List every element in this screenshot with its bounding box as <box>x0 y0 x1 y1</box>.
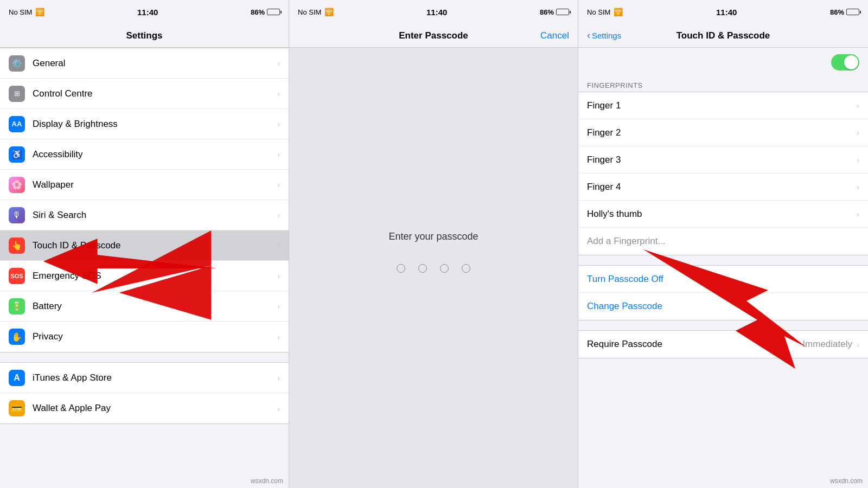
settings-title: Settings <box>126 30 162 41</box>
row-finger-2[interactable]: Finger 2 › <box>578 119 868 146</box>
touch-id-toggle-section <box>578 48 868 77</box>
accessibility-chevron: › <box>277 150 280 159</box>
touch-id-label: Touch ID & Passcode <box>33 240 277 251</box>
passcode-dot-2 <box>418 264 427 273</box>
row-touch-id[interactable]: 👆 Touch ID & Passcode › <box>0 230 289 261</box>
row-display-brightness[interactable]: AA Display & Brightness › <box>0 109 289 139</box>
passcode-dots <box>397 264 470 273</box>
row-finger-3[interactable]: Finger 3 › <box>578 146 868 174</box>
status-right-1: 86% <box>251 8 280 16</box>
require-passcode-value: Immediately <box>802 339 852 350</box>
watermark: wsxdn.com <box>251 477 283 485</box>
row-battery[interactable]: 🔋 Battery › <box>0 291 289 322</box>
wallet-chevron: › <box>277 404 280 413</box>
control-centre-label: Control Centre <box>33 88 277 99</box>
row-add-fingerprint[interactable]: Add a Fingerprint... <box>578 228 868 255</box>
turn-passcode-off-label: Turn Passcode Off <box>587 274 859 285</box>
wallet-icon: 💳 <box>9 400 25 416</box>
fingerprints-group: Finger 1 › Finger 2 › Finger 3 › Finger … <box>578 92 868 255</box>
hollys-thumb-label: Holly's thumb <box>587 209 857 220</box>
status-bar-3: No SIM 🛜 11:40 86% <box>578 0 868 24</box>
finger-2-chevron: › <box>857 128 859 137</box>
section-divider-1 <box>0 352 289 362</box>
passcode-dot-3 <box>440 264 449 273</box>
itunes-chevron: › <box>277 373 280 382</box>
section-divider-r2 <box>578 320 868 330</box>
battery-label: Battery <box>33 301 277 312</box>
row-finger-4[interactable]: Finger 4 › <box>578 174 868 201</box>
sim-text-3: No SIM <box>587 8 610 16</box>
row-itunes-app-store[interactable]: A iTunes & App Store › <box>0 363 289 393</box>
row-change-passcode[interactable]: Change Passcode <box>578 293 868 320</box>
touch-id-chevron: › <box>277 241 280 250</box>
finger-4-label: Finger 4 <box>587 182 857 192</box>
passcode-area: Enter your passcode <box>289 48 578 488</box>
row-control-centre[interactable]: ⊞ Control Centre › <box>0 79 289 109</box>
panel-settings: No SIM 🛜 11:40 86% Settings ⚙️ General ›… <box>0 0 289 488</box>
require-passcode-label: Require Passcode <box>587 339 802 350</box>
panel-touch-id-passcode: No SIM 🛜 11:40 86% ‹ Settings Touch ID &… <box>578 0 868 488</box>
row-general[interactable]: ⚙️ General › <box>0 48 289 79</box>
row-wallpaper[interactable]: 🌸 Wallpaper › <box>0 170 289 200</box>
touch-id-passcode-title: Touch ID & Passcode <box>676 30 770 41</box>
nav-bar-3: ‹ Settings Touch ID & Passcode <box>578 24 868 48</box>
emergency-sos-chevron: › <box>277 271 280 280</box>
time-2: 11:40 <box>426 8 447 17</box>
siri-chevron: › <box>277 210 280 220</box>
status-right-2: 86% <box>540 8 569 16</box>
require-passcode-chevron: › <box>857 340 859 349</box>
right-list: FINGERPRINTS Finger 1 › Finger 2 › Finge… <box>578 77 868 488</box>
general-chevron: › <box>277 59 280 68</box>
sim-text-1: No SIM <box>9 8 32 16</box>
time-1: 11:40 <box>137 8 158 17</box>
row-siri-search[interactable]: 🎙 Siri & Search › <box>0 200 289 230</box>
row-emergency-sos[interactable]: SOS Emergency SOS › <box>0 261 289 291</box>
sim-text-2: No SIM <box>298 8 321 16</box>
battery-chevron: › <box>277 301 280 311</box>
row-accessibility[interactable]: ♿ Accessibility › <box>0 139 289 170</box>
status-right-3: 86% <box>830 8 859 16</box>
fingerprints-section-header: FINGERPRINTS <box>578 77 868 92</box>
general-icon: ⚙️ <box>9 55 25 72</box>
row-finger-1[interactable]: Finger 1 › <box>578 92 868 119</box>
nav-bar-2: Enter Passcode Cancel <box>289 24 578 48</box>
change-passcode-label: Change Passcode <box>587 301 859 312</box>
itunes-label: iTunes & App Store <box>33 373 277 383</box>
battery-row-icon: 🔋 <box>9 298 25 314</box>
battery-icon-2 <box>556 9 569 15</box>
privacy-icon: ✋ <box>9 329 25 345</box>
row-turn-passcode-off[interactable]: Turn Passcode Off <box>578 266 868 293</box>
time-3: 11:40 <box>716 8 737 17</box>
privacy-label: Privacy <box>33 331 277 342</box>
passcode-dot-1 <box>397 264 405 273</box>
control-centre-icon: ⊞ <box>9 86 25 102</box>
back-label: Settings <box>592 31 621 40</box>
battery-percent-2: 86% <box>540 8 554 16</box>
row-require-passcode[interactable]: Require Passcode Immediately › <box>578 331 868 358</box>
row-wallet[interactable]: 💳 Wallet & Apple Pay › <box>0 393 289 423</box>
display-brightness-chevron: › <box>277 119 280 129</box>
row-hollys-thumb[interactable]: Holly's thumb › <box>578 201 868 228</box>
cancel-button[interactable]: Cancel <box>540 30 569 41</box>
section-divider-r1 <box>578 255 868 265</box>
display-brightness-label: Display & Brightness <box>33 119 277 130</box>
emergency-sos-label: Emergency SOS <box>33 271 277 281</box>
general-label: General <box>33 58 277 69</box>
passcode-prompt: Enter your passcode <box>388 231 478 242</box>
finger-2-label: Finger 2 <box>587 127 857 138</box>
wifi-icon-3: 🛜 <box>614 8 623 16</box>
wallpaper-chevron: › <box>277 180 280 189</box>
battery-icon-3 <box>846 9 859 15</box>
settings-group-2: A iTunes & App Store › 💳 Wallet & Apple … <box>0 362 289 424</box>
add-fingerprint-label: Add a Fingerprint... <box>587 236 859 247</box>
hollys-thumb-chevron: › <box>857 209 859 219</box>
touch-id-toggle[interactable] <box>831 54 859 70</box>
finger-4-chevron: › <box>857 182 859 191</box>
status-left-3: No SIM 🛜 <box>587 8 623 16</box>
panel-enter-passcode: No SIM 🛜 11:40 86% Enter Passcode Cancel… <box>289 0 578 488</box>
watermark-right: wsxdn.com <box>830 477 863 485</box>
back-button[interactable]: ‹ Settings <box>587 30 621 41</box>
wallpaper-label: Wallpaper <box>33 179 277 190</box>
settings-list: ⚙️ General › ⊞ Control Centre › AA Displ… <box>0 48 289 488</box>
row-privacy[interactable]: ✋ Privacy › <box>0 322 289 352</box>
